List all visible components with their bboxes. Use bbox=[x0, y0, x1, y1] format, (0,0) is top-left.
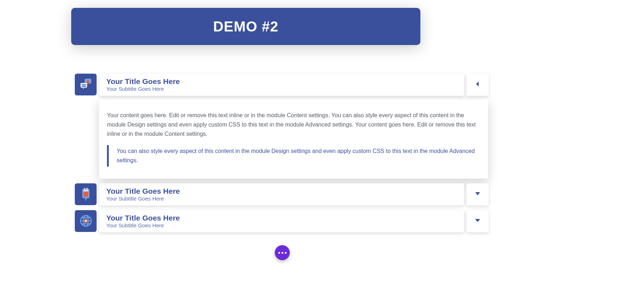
accordion-toggle[interactable] bbox=[467, 74, 489, 96]
banner-title: DEMO #2 bbox=[213, 19, 279, 35]
caret-down-icon bbox=[475, 218, 480, 224]
accordion-toggle[interactable] bbox=[467, 183, 489, 206]
accordion-title: Your Title Goes Here bbox=[106, 77, 180, 85]
caret-down-icon bbox=[475, 191, 480, 198]
globe-medical-icon bbox=[75, 210, 97, 232]
accordion-header[interactable]: Your Title Goes Here Your Subtitle Goes … bbox=[99, 74, 464, 96]
content-blockquote: You can also style every aspect of this … bbox=[107, 145, 480, 167]
accordion-item: Your Title Goes Here Your Subtitle Goes … bbox=[75, 210, 489, 232]
accordion-subtitle: Your Subtitle Goes Here bbox=[106, 196, 180, 202]
svg-rect-7 bbox=[84, 188, 85, 190]
svg-rect-8 bbox=[86, 188, 87, 190]
accordion-header[interactable]: Your Title Goes Here Your Subtitle Goes … bbox=[99, 210, 464, 232]
accordion-title: Your Title Goes Here bbox=[106, 187, 180, 195]
accordion-toggle[interactable] bbox=[467, 210, 489, 232]
accordion-title: Your Title Goes Here bbox=[106, 214, 180, 222]
dots-horizontal-icon bbox=[278, 252, 287, 254]
accordion-subtitle: Your Subtitle Goes Here bbox=[106, 86, 180, 92]
accordion-item: Your Title Goes Here Your Subtitle Goes … bbox=[75, 74, 489, 179]
accordion-content: Your content goes here. Edit or remove t… bbox=[99, 99, 488, 179]
page-banner: DEMO #2 bbox=[71, 8, 420, 45]
svg-rect-6 bbox=[83, 190, 88, 191]
chat-blood-icon bbox=[75, 74, 97, 95]
blood-bag-icon bbox=[75, 183, 97, 205]
svg-rect-17 bbox=[84, 221, 87, 222]
accordion-subtitle: Your Subtitle Goes Here bbox=[106, 223, 180, 229]
content-paragraph: Your content goes here. Edit or remove t… bbox=[107, 111, 480, 139]
svg-rect-2 bbox=[82, 84, 86, 85]
accordion: Your Title Goes Here Your Subtitle Goes … bbox=[75, 74, 489, 237]
svg-rect-5 bbox=[83, 192, 88, 197]
caret-left-icon bbox=[475, 81, 480, 88]
svg-rect-9 bbox=[85, 198, 86, 201]
svg-rect-1 bbox=[80, 83, 87, 88]
svg-rect-3 bbox=[82, 86, 86, 86]
accordion-item: Your Title Goes Here Your Subtitle Goes … bbox=[75, 183, 489, 206]
accordion-header[interactable]: Your Title Goes Here Your Subtitle Goes … bbox=[99, 183, 464, 206]
fab-more-actions[interactable] bbox=[275, 245, 290, 260]
